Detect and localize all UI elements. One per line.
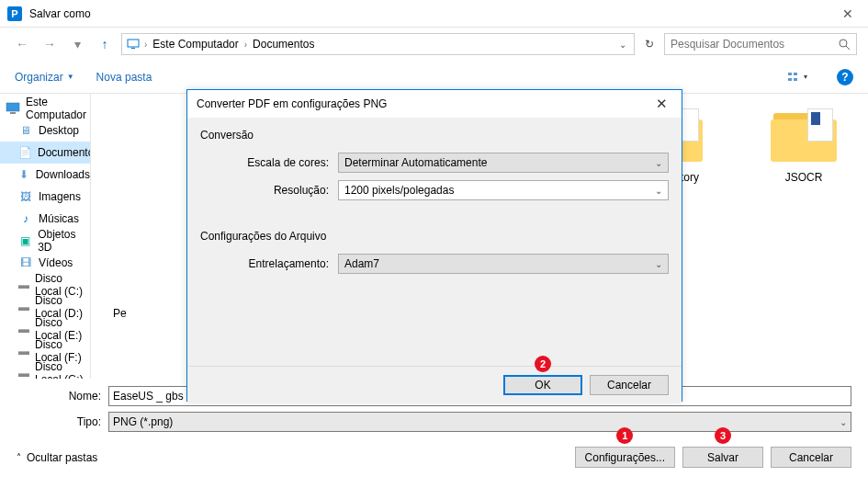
sidebar-item[interactable]: ▬Disco Local (D:): [0, 296, 90, 318]
filetype-label: Tipo:: [17, 415, 108, 428]
breadcrumb-dropdown[interactable]: ⌄: [615, 40, 630, 50]
search-input[interactable]: [671, 38, 839, 51]
breadcrumb[interactable]: › Este Computador › Documentos ⌄: [121, 33, 635, 55]
sidebar-item-label: Documentos: [38, 146, 91, 159]
svg-rect-0: [128, 40, 139, 47]
sidebar-item-icon: ⬇: [18, 167, 30, 182]
sidebar-root-pc[interactable]: Este Computador: [0, 97, 90, 119]
sidebar-item-icon: 🖼: [18, 189, 33, 204]
folder-label: JSOCR: [785, 171, 823, 184]
modal-footer: 2 OK Cancelar: [187, 366, 682, 403]
sidebar-label: Este Computador: [26, 96, 90, 121]
svg-rect-1: [131, 48, 135, 49]
sidebar-item-label: Vídeos: [39, 256, 73, 269]
modal-ok-label: OK: [535, 379, 550, 392]
sidebar-item[interactable]: ♪Músicas: [0, 208, 90, 230]
sidebar-item-icon: 🎞: [18, 255, 33, 270]
sidebar-item[interactable]: ▬Disco Local (G:): [0, 362, 90, 379]
sidebar-item-icon: 📄: [18, 145, 32, 160]
cancel-button[interactable]: Cancelar: [771, 447, 851, 468]
hide-folders-label: Ocultar pastas: [27, 451, 97, 464]
color-scale-select[interactable]: Determinar Automaticamente ⌄: [338, 153, 669, 173]
color-scale-label: Escala de cores:: [200, 156, 338, 169]
interlacing-select[interactable]: Adam7 ⌄: [338, 254, 669, 274]
window-title: Salvar como: [29, 7, 827, 20]
chevron-down-icon: ▼: [67, 73, 74, 81]
filetype-select[interactable]: PNG (*.png) ⌄: [108, 412, 851, 432]
chevron-right-icon: ›: [244, 40, 247, 50]
svg-rect-6: [794, 73, 797, 75]
folder-icon: [771, 110, 837, 162]
color-scale-value: Determinar Automaticamente: [344, 156, 487, 169]
help-button[interactable]: ?: [837, 69, 853, 85]
sidebar-item[interactable]: ▬Disco Local (E:): [0, 318, 90, 340]
view-options-button[interactable]: [785, 70, 815, 85]
refresh-button[interactable]: ↻: [640, 35, 659, 53]
organize-label: Organizar: [15, 71, 63, 84]
sidebar-item-icon: ▬: [18, 322, 29, 336]
breadcrumb-item[interactable]: Este Computador: [151, 38, 240, 51]
nav-recent-dropdown[interactable]: ▾: [66, 33, 88, 55]
folder-item[interactable]: JSOCR: [758, 110, 850, 184]
chevron-up-icon: ˄: [17, 452, 21, 462]
nav-up-button[interactable]: ↑: [94, 33, 116, 55]
pc-icon: [126, 37, 141, 51]
nav-forward-button[interactable]: →: [39, 33, 61, 55]
new-folder-button[interactable]: Nova pasta: [96, 71, 152, 84]
sidebar-item-label: Objetos 3D: [38, 228, 90, 254]
chevron-down-icon: ⌄: [655, 259, 662, 269]
modal-cancel-button[interactable]: Cancelar: [590, 375, 669, 395]
svg-rect-9: [10, 112, 16, 114]
title-bar: P Salvar como ✕: [0, 0, 868, 28]
sidebar-item[interactable]: 🖼Imagens: [0, 186, 90, 208]
app-icon: P: [7, 6, 22, 21]
resolution-select[interactable]: 1200 pixels/polegadas ⌄: [338, 180, 669, 200]
modal-titlebar: Converter PDF em configurações PNG ✕: [187, 90, 682, 118]
breadcrumb-item[interactable]: Documentos: [251, 38, 316, 51]
sidebar-item[interactable]: 📄Documentos: [0, 142, 90, 164]
sidebar-item-label: Disco Local (G:): [35, 360, 90, 379]
modal-ok-button[interactable]: 2 OK: [503, 375, 582, 395]
sidebar-item-label: Downloads: [36, 168, 90, 181]
svg-rect-7: [794, 78, 797, 81]
filetype-value: PNG (*.png): [113, 415, 173, 428]
sidebar-item[interactable]: ▬Disco Local (F:): [0, 340, 90, 362]
svg-point-2: [840, 40, 847, 47]
save-label: Salvar: [707, 451, 738, 464]
badge-2: 2: [535, 356, 551, 372]
modal-close-button[interactable]: ✕: [650, 93, 672, 115]
search-box[interactable]: [664, 33, 857, 55]
sidebar-item[interactable]: 🖥Desktop: [0, 119, 90, 142]
sidebar-item[interactable]: ▣Objetos 3D: [0, 230, 90, 252]
svg-rect-5: [788, 78, 792, 81]
chevron-down-icon: ⌄: [655, 186, 662, 196]
sidebar-item[interactable]: ▬Disco Local (C:): [0, 274, 90, 296]
settings-modal: Converter PDF em configurações PNG ✕ Con…: [186, 89, 682, 402]
chevron-down-icon: ⌄: [655, 158, 662, 168]
hide-folders-toggle[interactable]: ˄ Ocultar pastas: [17, 451, 97, 464]
sidebar-item-icon: ▬: [18, 300, 29, 314]
sidebar-item-icon: ▬: [18, 278, 29, 292]
configurations-label: Configurações...: [585, 451, 665, 464]
chevron-right-icon: ›: [144, 40, 147, 50]
sidebar-item[interactable]: ⬇Downloads: [0, 164, 90, 186]
interlacing-label: Entrelaçamento:: [200, 257, 338, 270]
filename-label: Nome:: [17, 390, 108, 403]
window-close-button[interactable]: ✕: [827, 0, 868, 28]
sidebar-item-icon: 🖥: [18, 123, 33, 138]
chevron-down-icon: ⌄: [840, 417, 847, 427]
pc-icon: [6, 101, 20, 116]
sidebar: Este Computador 🖥Desktop📄Documentos⬇Down…: [0, 94, 91, 379]
interlacing-value: Adam7: [344, 257, 379, 270]
organize-menu[interactable]: Organizar ▼: [15, 71, 74, 84]
search-icon[interactable]: [839, 39, 851, 51]
sidebar-item[interactable]: 🎞Vídeos: [0, 252, 90, 274]
nav-back-button[interactable]: ←: [11, 33, 33, 55]
save-button[interactable]: 3 Salvar: [682, 447, 763, 468]
resolution-value: 1200 pixels/polegadas: [344, 184, 454, 197]
dialog-footer: ˄ Ocultar pastas 1 Configurações... 3 Sa…: [0, 437, 868, 477]
svg-line-3: [846, 46, 850, 50]
partial-folder-label: Pe: [113, 307, 127, 320]
navigation-bar: ← → ▾ ↑ › Este Computador › Documentos ⌄…: [0, 28, 868, 61]
configurations-button[interactable]: 1 Configurações...: [575, 447, 675, 468]
